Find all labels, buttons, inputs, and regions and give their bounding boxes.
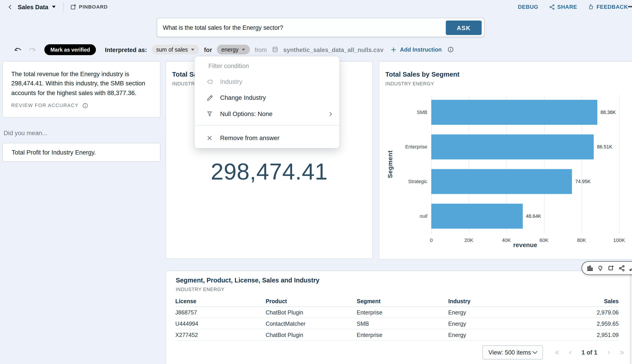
bar-chart-plot: 020K40K60K80K100KSMB88.38KEnterprise86.5… (431, 95, 619, 234)
value-label: 48.64K (526, 213, 541, 219)
did-you-mean-heading: Did you mean... (4, 130, 47, 137)
filter-chip[interactable]: energy (217, 44, 250, 54)
ask-bar[interactable]: What is the total sales for the Energy s… (157, 18, 485, 37)
value-label: 86.51K (597, 144, 612, 150)
view-items-select[interactable]: View: 500 items (483, 345, 543, 360)
info-icon[interactable] (82, 102, 88, 108)
dataset-name[interactable]: synthetic_sales_data_all_nulls.csv (283, 46, 383, 53)
page-status: 1 of 1 (581, 349, 597, 356)
table-cell: 2,979.06 (540, 309, 619, 316)
value-label: 74.95K (575, 178, 591, 184)
last-page-icon[interactable] (619, 350, 625, 355)
x-axis-label: revenue (431, 242, 619, 249)
funnel-icon (205, 110, 214, 118)
table-cell: ChatBot Plugin (266, 309, 357, 316)
table-card: Segment, Product, License, Sales and Ind… (165, 270, 630, 364)
back-icon[interactable] (6, 2, 15, 11)
chevron-down-icon (532, 350, 538, 354)
table-cell: Enterprise (357, 309, 448, 316)
table-cell: SMB (357, 320, 448, 327)
kpi-value: 298,474.41 (166, 158, 372, 185)
topbar-divider (63, 2, 64, 11)
data-table: LicenseProductSegmentIndustrySalesJ86875… (175, 296, 619, 340)
suggestion-card[interactable]: Total Profit for Industry Energy. (3, 143, 161, 162)
column-header-sales[interactable]: Sales (540, 298, 619, 304)
bar-smb[interactable] (431, 100, 597, 125)
category-label: Strategic (408, 178, 428, 184)
info-icon[interactable] (447, 46, 454, 53)
table-row[interactable]: X277452ChatBot PluginEnterpriseEnergy2,9… (175, 329, 619, 340)
gridline (619, 95, 619, 234)
table-row[interactable]: U444994ContactMatcherSMBEnergy2,959.65 (175, 318, 619, 329)
undo-icon[interactable] (14, 46, 22, 53)
column-header-product[interactable]: Product (266, 298, 357, 304)
topbar-actions: DEBUG SHARE FEEDBACK (518, 0, 628, 14)
review-for-accuracy: REVIEW FOR ACCURACY (11, 102, 152, 108)
tag-icon (205, 78, 214, 85)
chart-title: Total Sales by Segment (385, 70, 460, 78)
top-bar: Sales Data PINBOARD DEBUG SHARE FEEDBACK (0, 0, 632, 14)
workspace-title[interactable]: Sales Data (18, 4, 49, 10)
bar-enterprise[interactable] (431, 134, 594, 160)
x-icon (205, 135, 214, 142)
table-subtitle: INDUSTRY ENERGY (176, 286, 319, 292)
share-icon (549, 4, 555, 10)
column-header-license[interactable]: License (175, 298, 266, 304)
ask-button[interactable]: ASK (446, 20, 482, 35)
expand-icon[interactable] (629, 265, 632, 272)
table-header-row: LicenseProductSegmentIndustrySales (175, 296, 619, 307)
bar-null[interactable] (431, 204, 523, 229)
chart-subtitle: INDUSTRY ENERGY (385, 81, 460, 86)
pinboard-label: PINBOARD (79, 4, 108, 10)
bar-row-null: null48.64K (431, 199, 619, 234)
lightbulb-icon[interactable] (597, 265, 603, 272)
pin-to-board-icon[interactable] (607, 265, 614, 272)
cut-off-icon (628, 6, 632, 7)
pinboard-button[interactable]: PINBOARD (70, 4, 108, 10)
table-cell: J868757 (175, 309, 266, 316)
table-title: Segment, Product, License, Sales and Ind… (176, 277, 319, 284)
interpreted-as-label: Interpreted as: (105, 46, 147, 53)
plus-icon (391, 46, 397, 52)
chevron-down-icon (241, 48, 245, 51)
filter-context-menu: Filter condition IndustryChange Industry… (195, 56, 339, 148)
redo-icon[interactable] (28, 46, 36, 53)
column-header-industry[interactable]: Industry (448, 298, 540, 304)
table-cell: ChatBot Plugin (266, 332, 357, 338)
bar-row-enterprise: Enterprise86.51K (431, 130, 619, 164)
answer-summary-card: The total revenue for the Energy industr… (3, 61, 161, 118)
mark-as-verified-button[interactable]: Mark as verified (45, 44, 96, 55)
category-label: null (420, 213, 427, 219)
chevron-right-icon (328, 111, 333, 117)
question-input[interactable]: What is the total sales for the Energy s… (163, 24, 484, 31)
next-page-icon[interactable] (606, 350, 611, 355)
bar-row-strategic: Strategic74.95K (431, 164, 619, 199)
menu-item-label: Change Industry (220, 94, 333, 101)
metric-chip[interactable]: sum of sales (152, 44, 199, 54)
category-label: Enterprise (405, 144, 427, 150)
share-button[interactable]: SHARE (549, 4, 577, 10)
menu-item-industry: Industry (195, 74, 339, 90)
menu-item-change-industry[interactable]: Change Industry (195, 90, 339, 106)
y-axis-label: Segment (387, 150, 394, 178)
debug-button[interactable]: DEBUG (518, 4, 538, 10)
share-nodes-icon[interactable] (618, 265, 625, 272)
from-label: from (255, 46, 267, 53)
menu-item-label: Null Options: None (220, 110, 328, 118)
add-instruction-button[interactable]: Add Instruction (391, 46, 442, 53)
prev-page-icon[interactable] (568, 350, 573, 355)
chart-card: Total Sales by Segment INDUSTRY ENERGY 0… (379, 61, 632, 260)
pencil-icon (205, 94, 214, 101)
menu-item-remove-from-answer[interactable]: Remove from answer (195, 129, 339, 147)
table-cell: U444994 (175, 320, 266, 327)
first-page-icon[interactable] (554, 350, 560, 355)
menu-divider (195, 125, 339, 126)
column-header-segment[interactable]: Segment (357, 298, 448, 304)
bar-chart-icon[interactable] (586, 265, 593, 272)
table-row[interactable]: J868757ChatBot PluginEnterpriseEnergy2,9… (175, 307, 619, 318)
interpretation-row: Mark as verified Interpreted as: sum of … (14, 43, 454, 56)
chevron-down-icon[interactable] (52, 5, 56, 8)
bar-strategic[interactable] (431, 169, 572, 194)
menu-item-null-options-none[interactable]: Null Options: None (195, 106, 339, 122)
feedback-button[interactable]: FEEDBACK (587, 4, 628, 10)
